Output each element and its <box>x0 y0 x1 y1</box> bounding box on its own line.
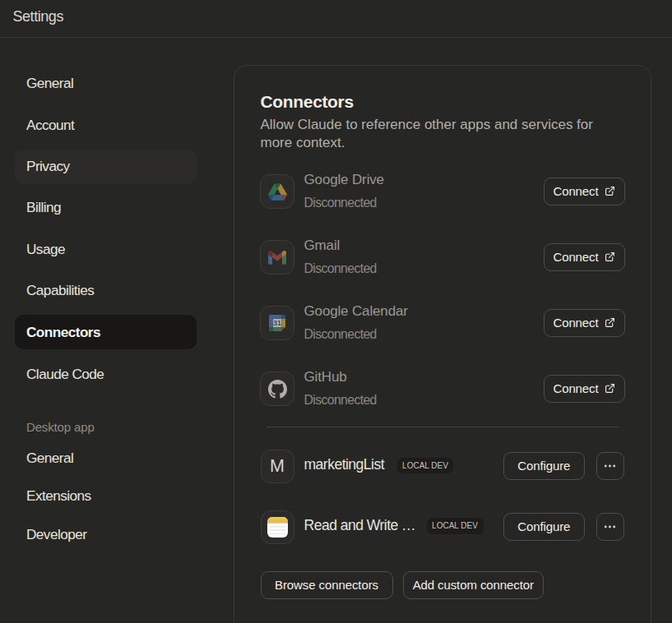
svg-text:31: 31 <box>273 319 281 327</box>
